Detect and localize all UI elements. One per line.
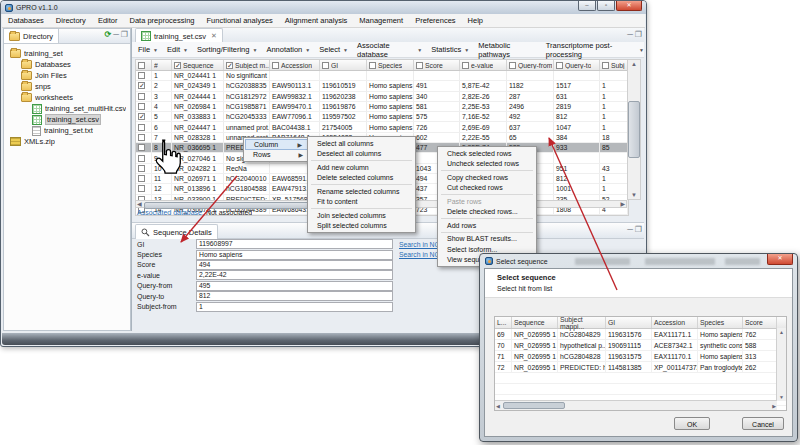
tab-sequence-details[interactable]: Sequence Details [135,224,218,239]
menu-item-uncheck-selected-rows[interactable]: Uncheck selected rows [439,159,535,170]
column-header--[interactable]: # [152,60,172,70]
menubar-item-management[interactable]: Management [353,16,409,25]
toolbar-button-statistics[interactable]: Statistics▼ [431,45,469,54]
field-input[interactable]: 2,22E-42 [196,270,393,280]
row-checkbox-cell[interactable] [136,102,152,111]
row-checkbox-cell[interactable] [136,92,152,101]
minimize-button[interactable]: – [578,1,596,11]
toolbar-button-sorting-filtering[interactable]: Sorting/Filtering▼ [197,45,257,54]
row-checkbox[interactable] [138,93,145,100]
scroll-down-icon[interactable]: ▼ [631,191,637,199]
scrollbar-thumb[interactable] [628,101,640,158]
field-input[interactable]: 495 [196,281,393,291]
menubar-item-directory[interactable]: Directory [50,16,92,25]
menu-item-column[interactable]: Column▶ [245,139,309,150]
column-checkbox[interactable]: ✓ [174,62,181,69]
table-row[interactable]: ✓5NR_033883 1hCG2045333EAW77096.11195975… [136,112,628,122]
menu-item-add-rows[interactable]: Add rows [439,220,535,231]
tree-item-snps[interactable]: snps [10,81,130,92]
menu-item-delete-selected-columns[interactable]: Delete selected columns [309,173,414,184]
toolbar-button-annotation[interactable]: Annotation▼ [266,45,310,54]
row-checkbox-cell[interactable] [136,122,152,131]
tree-item-training-set-multihit-csv[interactable]: training_set_multiHit.csv [10,103,130,114]
refresh-icon[interactable]: ⟳ [104,30,111,40]
field-input[interactable]: 494 [196,260,393,270]
row-checkbox-cell[interactable] [136,184,152,193]
close-button[interactable]: ✕ [616,1,642,11]
table-row[interactable]: 1NR_024441 1No significant ... [136,71,628,81]
menubar-item-alignment-analysis[interactable]: Alignment analysis [279,16,354,25]
menubar-item-functional-analyses[interactable]: Functional analyses [201,16,279,25]
menu-item-add-new-column[interactable]: Add new column [309,162,414,173]
column-header-gi[interactable]: GI [320,60,367,70]
table-header-checkbox-cell[interactable] [136,60,152,70]
tree-item-training-set[interactable]: training_set [10,48,130,59]
menu-item-paste-rows[interactable]: Paste rows [439,196,535,207]
dialog-table-row[interactable]: 69NR_026995 1hCG2804829119631576EAX11171… [495,329,786,340]
dialog-column-header-l-[interactable]: L... [495,317,512,328]
menu-item-copy-checked-rows[interactable]: Copy checked rows [439,172,535,183]
dialog-table-row[interactable]: 70NR_026995 1hypothetical p...190691115A… [495,340,786,351]
menu-item-cut-checked-rows[interactable]: Cut checked rows [439,183,535,194]
row-checkbox[interactable] [138,103,145,110]
maximize-view-icon[interactable]: ❐ [635,225,642,235]
tree-item-training-set-txt[interactable]: training_set.txt [10,125,130,136]
column-header-score[interactable]: Score [414,60,460,70]
menu-item-show-blast-results-[interactable]: Show BLAST results... [439,234,535,245]
maximize-editor-icon[interactable]: ❐ [635,30,642,40]
scroll-right-icon[interactable]: ▶ [772,402,776,410]
dialog-column-header-accession[interactable]: Accession [652,317,698,328]
check-all-checkbox[interactable] [138,62,145,69]
menubar-item-help[interactable]: Help [462,16,489,25]
column-header-subj[interactable]: Subj [600,60,628,70]
dialog-close-button[interactable]: ✕ [767,254,793,265]
menu-item-fit-to-content[interactable]: Fit to content [309,197,414,208]
column-header-query-to[interactable]: Query-to [554,60,600,70]
toolbar-button-edit[interactable]: Edit▼ [167,45,188,54]
toolbar-button-select[interactable]: Select▼ [319,45,348,54]
ok-button[interactable]: OK [674,417,710,430]
maximize-view-icon[interactable]: ❐ [121,30,128,40]
field-input[interactable]: Homo sapiens [196,250,393,260]
minimize-view-icon[interactable]: ─ [113,30,119,40]
column-checkbox[interactable] [462,62,469,69]
tree-item-join-files[interactable]: Join Files [10,70,130,81]
field-input[interactable]: 1 [196,302,393,312]
menu-item-check-selected-rows[interactable]: Check selected rows [439,148,535,159]
column-header-subject-m-[interactable]: ✓Subject m... [224,60,270,70]
scroll-down-icon[interactable]: ▼ [779,393,784,401]
toolbar-button-metabolic-pathways[interactable]: Metabolic pathways [478,41,537,59]
column-header-accession[interactable]: Accession [270,60,320,70]
toolbar-button-transcriptome-post-processing[interactable]: Transcriptome post-processing▼ [546,41,644,59]
menubar-item-editor[interactable]: Editor [92,16,124,25]
tab-directory[interactable]: Directory [4,29,59,43]
toolbar-button-file[interactable]: File▼ [138,45,158,54]
dialog-horizontal-scrollbar[interactable]: ◀ ▶ [495,400,777,410]
menu-item-delete-checked-rows-[interactable]: Delete checked rows... [439,207,535,218]
scroll-left-icon[interactable]: ◀ [496,402,500,410]
row-checkbox[interactable] [138,185,145,192]
toolbar-button-associate-database[interactable]: Associate database▼ [357,41,422,59]
row-checkbox[interactable] [138,175,145,182]
field-input[interactable]: 119608997 [196,239,393,249]
table-row[interactable]: ✓2NR_024349 1hCG2038835EAW90113.11196105… [136,81,628,91]
row-checkbox[interactable] [138,124,145,131]
dialog-column-header-species[interactable]: Species [698,317,743,328]
table-row[interactable]: 4NR_026984 1hCG1985871EAW99470.111961987… [136,102,628,112]
table-row[interactable]: 6NR_024447 1unnamed prot...BAC04438.1217… [136,122,628,132]
column-header-sequence[interactable]: ✓Sequence [172,60,224,70]
tab-close-icon[interactable]: ✕ [211,32,217,40]
menu-item-split-selected-columns[interactable]: Split selected columns [309,221,414,232]
menu-item-rename-selected-columns[interactable]: Rename selected columns [309,186,414,197]
tree-item-xmls-zip[interactable]: XMLs.zip [10,136,130,147]
minimize-editor-icon[interactable]: ─ [627,30,633,40]
scroll-left-icon[interactable]: ◀ [137,200,142,208]
scroll-right-icon[interactable]: ▶ [620,200,625,208]
row-checkbox[interactable] [138,165,145,172]
tree-item-worksheets[interactable]: worksheets [10,92,130,103]
row-checkbox-cell[interactable] [136,71,152,80]
dialog-column-header-score[interactable]: Score [743,317,777,328]
cancel-button[interactable]: Cancel [742,417,784,430]
row-checkbox[interactable] [138,72,145,79]
field-input[interactable]: 812 [196,291,393,301]
